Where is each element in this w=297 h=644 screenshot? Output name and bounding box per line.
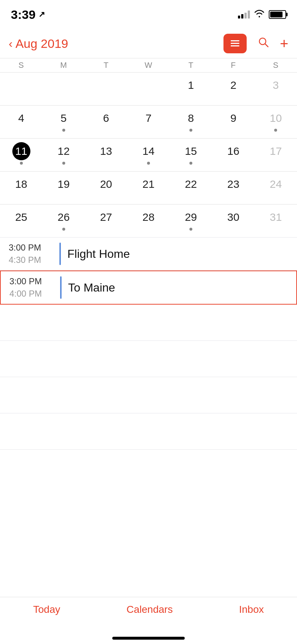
time-display: 3:39 <box>11 8 35 22</box>
tab-calendars[interactable]: Calendars <box>126 604 173 615</box>
day-number <box>97 76 115 94</box>
calendar-week-3: 18192021222324 <box>0 172 297 205</box>
status-bar: 3:39 ↗ <box>0 0 297 29</box>
day-number: 2 <box>224 76 242 94</box>
day-number: 8 <box>182 109 200 127</box>
day-number: 3 <box>267 76 285 94</box>
agenda-time-0: 3:00 PM 4:30 PM <box>9 243 59 265</box>
day-cell-1-3[interactable]: 7 <box>127 106 170 138</box>
day-cell-2-5[interactable]: 16 <box>212 139 255 171</box>
calendar-week-2: 11121314151617 <box>0 139 297 172</box>
day-number: 30 <box>224 208 242 226</box>
tab-bar: Today Calendars Inbox <box>0 597 297 644</box>
day-cell-4-4[interactable]: 29 <box>170 205 212 237</box>
agenda-item-1[interactable]: 3:00 PM 4:00 PM To Maine <box>0 271 297 305</box>
calendar-header: ‹ Aug 2019 + <box>0 29 297 58</box>
agenda-item-0[interactable]: 3:00 PM 4:30 PM Flight Home <box>0 238 297 271</box>
battery-icon <box>269 10 286 19</box>
day-cell-2-1[interactable]: 12 <box>42 139 85 171</box>
dow-monday: M <box>42 61 85 70</box>
dow-tuesday: T <box>85 61 127 70</box>
day-cell-1-6[interactable]: 10 <box>255 106 297 138</box>
tab-today[interactable]: Today <box>33 604 60 615</box>
status-icons <box>238 9 286 20</box>
header-actions: + <box>223 34 288 53</box>
day-number: 24 <box>267 175 285 193</box>
day-cell-0-6[interactable]: 3 <box>255 73 297 105</box>
day-cell-1-4[interactable]: 8 <box>170 106 212 138</box>
calendar-week-1: 45678910 <box>0 106 297 139</box>
dow-thursday: T <box>170 61 212 70</box>
day-number: 11 <box>12 142 30 160</box>
event-dot <box>20 162 23 165</box>
home-indicator <box>112 637 185 640</box>
agenda-end-1: 4:00 PM <box>9 289 60 299</box>
day-cell-4-5[interactable]: 30 <box>212 205 255 237</box>
day-number: 26 <box>55 208 73 226</box>
day-cell-2-4[interactable]: 15 <box>170 139 212 171</box>
day-cell-4-6[interactable]: 31 <box>255 205 297 237</box>
day-number: 5 <box>55 109 73 127</box>
agenda-start-0: 3:00 PM <box>9 243 59 253</box>
agenda-end-0: 4:30 PM <box>9 255 59 265</box>
day-number: 16 <box>224 142 242 160</box>
calendar-grid: 1234567891011121314151617181920212223242… <box>0 73 297 237</box>
day-cell-0-2 <box>85 73 127 105</box>
day-cell-1-1[interactable]: 5 <box>42 106 85 138</box>
day-number: 13 <box>97 142 115 160</box>
day-cell-1-5[interactable]: 9 <box>212 106 255 138</box>
day-number: 17 <box>267 142 285 160</box>
day-cell-4-2[interactable]: 27 <box>85 205 127 237</box>
month-nav[interactable]: ‹ Aug 2019 <box>9 37 68 51</box>
month-label[interactable]: Aug 2019 <box>16 37 68 51</box>
day-cell-4-3[interactable]: 28 <box>127 205 170 237</box>
day-cell-3-5[interactable]: 23 <box>212 172 255 204</box>
agenda-section: 3:00 PM 4:30 PM Flight Home 3:00 PM 4:00… <box>0 237 297 305</box>
day-cell-3-6[interactable]: 24 <box>255 172 297 204</box>
day-number: 6 <box>97 109 115 127</box>
day-cell-3-3[interactable]: 21 <box>127 172 170 204</box>
day-number <box>139 76 158 94</box>
day-cell-2-6[interactable]: 17 <box>255 139 297 171</box>
svg-line-7 <box>265 44 268 47</box>
day-number <box>55 76 73 94</box>
add-icon[interactable]: + <box>280 36 288 52</box>
dow-wednesday: W <box>127 61 170 70</box>
day-cell-3-0[interactable]: 18 <box>0 172 42 204</box>
event-dot <box>274 129 277 132</box>
day-number: 12 <box>55 142 73 160</box>
day-number: 14 <box>139 142 158 160</box>
day-cell-2-3[interactable]: 14 <box>127 139 170 171</box>
day-cell-1-0[interactable]: 4 <box>0 106 42 138</box>
event-dot <box>189 162 192 165</box>
day-number: 25 <box>12 208 30 226</box>
day-cell-0-1 <box>42 73 85 105</box>
agenda-time-1: 3:00 PM 4:00 PM <box>9 276 60 299</box>
day-cell-4-0[interactable]: 25 <box>0 205 42 237</box>
svg-rect-4 <box>231 43 232 44</box>
calendar-week-0: 123 <box>0 73 297 106</box>
day-number: 15 <box>182 142 200 160</box>
day-cell-0-5[interactable]: 2 <box>212 73 255 105</box>
day-cell-0-4[interactable]: 1 <box>170 73 212 105</box>
search-icon[interactable] <box>257 36 270 52</box>
day-cell-3-4[interactable]: 22 <box>170 172 212 204</box>
event-dot <box>62 228 65 231</box>
day-cell-2-0[interactable]: 11 <box>0 139 42 171</box>
tab-inbox[interactable]: Inbox <box>239 604 264 615</box>
day-number: 7 <box>139 109 158 127</box>
day-cell-1-2[interactable]: 6 <box>85 106 127 138</box>
day-cell-3-2[interactable]: 20 <box>85 172 127 204</box>
day-number: 1 <box>182 76 200 94</box>
event-dot <box>189 129 192 132</box>
back-arrow-icon[interactable]: ‹ <box>9 37 13 50</box>
day-cell-2-2[interactable]: 13 <box>85 139 127 171</box>
day-number: 22 <box>182 175 200 193</box>
empty-slot-0 <box>0 305 297 341</box>
day-cell-4-1[interactable]: 26 <box>42 205 85 237</box>
event-dot <box>189 228 192 231</box>
list-view-button[interactable] <box>223 34 247 53</box>
day-number: 18 <box>12 175 30 193</box>
day-cell-3-1[interactable]: 19 <box>42 172 85 204</box>
agenda-start-1: 3:00 PM <box>9 276 60 286</box>
